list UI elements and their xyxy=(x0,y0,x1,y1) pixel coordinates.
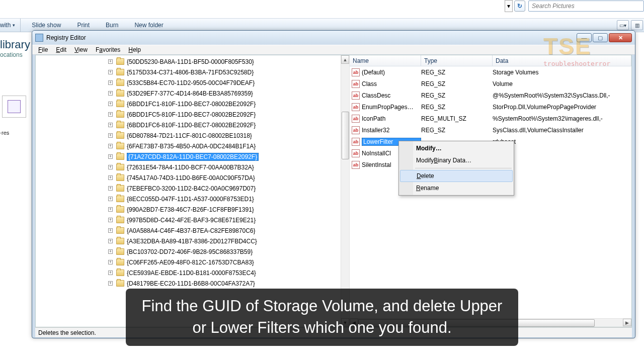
col-data[interactable]: Data xyxy=(493,55,631,66)
expand-icon[interactable]: + xyxy=(108,112,113,117)
value-type: REG_SZ xyxy=(421,69,493,76)
context-menu: Modify… Modify Binary Data… Delete Renam… xyxy=(398,141,514,196)
tree-key[interactable]: +{D48179BE-EC20-11D1-B6B8-00C04FA372A7} xyxy=(36,278,349,289)
value-row[interactable]: abIconPathREG_MULTI_SZ%SystemRoot%\Syste… xyxy=(350,113,631,124)
scroll-thumb[interactable] xyxy=(342,112,349,159)
preview-pane-button[interactable]: ▥ xyxy=(631,20,643,30)
value-data: StorProp.Dll,VolumePropPageProvider xyxy=(493,104,631,111)
expand-icon[interactable]: + xyxy=(108,270,113,275)
tree-key[interactable]: +{6BDD1FC1-810F-11D0-BEC7-08002BE2092F} xyxy=(36,99,349,109)
tree-key[interactable]: +{72631E54-78A4-11D0-BCF7-00AA00B7B32A} xyxy=(36,162,349,172)
value-row[interactable]: abInstaller32REG_SZSysClass.dll,VolumeCl… xyxy=(350,124,631,136)
col-name[interactable]: Name xyxy=(350,55,421,66)
view-mode-button[interactable]: ▭▾ xyxy=(617,20,629,30)
expand-icon[interactable]: + xyxy=(108,186,113,191)
folder-icon xyxy=(116,248,124,255)
tree-key[interactable]: +{6BDD1FC5-810F-11D0-BEC7-08002BE2092F} xyxy=(36,109,349,120)
expand-icon[interactable]: + xyxy=(108,218,113,222)
tree-key[interactable]: +{6FAE73B7-B735-4B50-A0DA-0DC2484B1F1A} xyxy=(36,141,349,151)
key-name: {53D29EF7-377C-4D14-864B-EB3A85769359} xyxy=(127,90,253,97)
minimize-button[interactable]: — xyxy=(577,33,592,42)
tree-key[interactable]: +{5175D334-C371-4806-B3BA-71FD53C9258D} xyxy=(36,67,349,77)
folder-icon xyxy=(116,206,124,213)
search-input[interactable]: Search Pictures xyxy=(528,1,644,12)
library-title: library xyxy=(0,38,32,51)
tree-key[interactable]: +{990A2BD7-E738-46C7-B26F-1CF8FB9F1391} xyxy=(36,204,349,215)
tree-key[interactable]: +{71A27CDD-812A-11D0-BEC7-08002BE2092F} xyxy=(36,151,349,162)
menu-favorites[interactable]: Favorites xyxy=(92,46,124,53)
tree-key[interactable]: +{A3E32DBA-BA89-41B7-8386-2D0127FBD4CC} xyxy=(36,236,349,246)
tree-key[interactable]: +{BC103702-DD72-406F-9B28-95C868337B59} xyxy=(36,246,349,257)
open-with-button[interactable]: with xyxy=(0,19,21,32)
tree-key[interactable]: +{50DD5230-BA8A-11D1-BF5D-0000F805F530} xyxy=(36,56,349,67)
expand-icon[interactable]: + xyxy=(108,207,113,212)
string-value-icon: ab xyxy=(352,161,360,169)
folder-icon xyxy=(116,122,124,128)
value-list[interactable]: Name Type Data ab(Default)REG_SZStorage … xyxy=(350,55,631,327)
tree-key[interactable]: +{C06FF265-AE09-48F0-812C-16753D7CBA83} xyxy=(36,257,349,267)
value-row[interactable]: abClassREG_SZVolume xyxy=(350,78,631,89)
string-value-icon: ab xyxy=(352,103,360,111)
ctx-delete[interactable]: Delete xyxy=(400,170,513,182)
key-tree[interactable]: +{50DD5230-BA8A-11D1-BF5D-0000F805F530}+… xyxy=(36,55,350,327)
expand-icon[interactable]: + xyxy=(108,239,113,243)
hscroll-right[interactable]: ▶ xyxy=(623,319,631,326)
string-value-icon: ab xyxy=(352,80,360,88)
menu-edit[interactable]: Edit xyxy=(52,46,70,53)
key-name: {6BDD1FC6-810F-11D0-BEC7-08002BE2092F} xyxy=(127,122,256,129)
expand-icon[interactable]: + xyxy=(108,175,113,180)
col-type[interactable]: Type xyxy=(421,55,493,66)
tree-key[interactable]: +{7EBEFBC0-3200-11D2-B4C2-00A0C9697D07} xyxy=(36,183,349,194)
list-header[interactable]: Name Type Data xyxy=(350,55,631,66)
close-button[interactable]: ✕ xyxy=(609,33,632,42)
ctx-modify[interactable]: Modify… xyxy=(400,142,513,154)
address-dropdown[interactable]: ▾ xyxy=(505,0,513,12)
ctx-modify-binary[interactable]: Modify Binary Data… xyxy=(400,154,513,166)
tree-vscrollbar[interactable]: ▲ ▼ xyxy=(341,55,349,327)
title-bar[interactable]: Registry Editor — ▢ ✕ xyxy=(32,31,635,45)
expand-icon[interactable]: + xyxy=(108,228,113,233)
tree-key[interactable]: +{A0A588A4-C46F-4B37-B7EA-C82FE89870C6} xyxy=(36,225,349,236)
folder-icon xyxy=(116,153,124,160)
tree-key[interactable]: +{53D29EF7-377C-4D14-864B-EB3A85769359} xyxy=(36,88,349,99)
tree-key[interactable]: +{8ECC055D-047F-11D1-A537-0000F8753ED1} xyxy=(36,194,349,204)
value-row[interactable]: abEnumPropPages…REG_SZStorProp.Dll,Volum… xyxy=(350,101,631,113)
value-row[interactable]: ab(Default)REG_SZStorage Volumes xyxy=(350,66,631,78)
folder-icon xyxy=(116,58,124,65)
expand-icon[interactable]: + xyxy=(108,80,113,85)
menu-help[interactable]: Help xyxy=(124,46,145,53)
value-type: REG_SZ xyxy=(421,80,493,87)
tree-key[interactable]: +{533C5B84-EC70-11D2-9505-00C04F79DEAF} xyxy=(36,77,349,88)
caption-text: Find the GUID of Storage Volume, and del… xyxy=(137,296,507,339)
expand-icon[interactable]: + xyxy=(108,123,113,127)
key-name: {A0A588A4-C46F-4B37-B7EA-C82FE89870C6} xyxy=(127,227,256,234)
expand-icon[interactable]: + xyxy=(108,144,113,148)
tree-key[interactable]: +{CE5939AE-EBDE-11D0-B181-0000F8753EC4} xyxy=(36,267,349,278)
expand-icon[interactable]: + xyxy=(108,91,113,96)
tree-key[interactable]: +{997B5D8D-C442-4F2E-BAF3-9C8E671E9E21} xyxy=(36,215,349,225)
value-name: (Default) xyxy=(362,69,421,76)
scroll-up-button[interactable]: ▲ xyxy=(341,55,349,64)
expand-icon[interactable]: + xyxy=(108,133,113,138)
menu-view[interactable]: View xyxy=(70,46,92,53)
folder-icon xyxy=(116,217,124,223)
tree-key[interactable]: +{745A17A0-74D3-11D0-B6FE-00A0C90F57DA} xyxy=(36,172,349,183)
tree-key[interactable]: +{6BDD1FC6-810F-11D0-BEC7-08002BE2092F} xyxy=(36,120,349,130)
tree-key[interactable]: +{6D807884-7D21-11CF-801C-08002BE10318} xyxy=(36,130,349,141)
expand-icon[interactable]: + xyxy=(108,197,113,201)
value-row[interactable]: abClassDescREG_SZ@%SystemRoot%\System32\… xyxy=(350,89,631,101)
expand-icon[interactable]: + xyxy=(108,102,113,106)
expand-icon[interactable]: + xyxy=(108,59,113,64)
refresh-button[interactable]: ↻ xyxy=(514,1,525,12)
menu-file[interactable]: File xyxy=(34,46,52,53)
key-name: {6BDD1FC5-810F-11D0-BEC7-08002BE2092F} xyxy=(127,111,256,118)
expand-icon[interactable]: + xyxy=(108,260,113,264)
expand-icon[interactable]: + xyxy=(108,70,113,74)
expand-icon[interactable]: + xyxy=(108,249,113,254)
ctx-rename[interactable]: Rename xyxy=(400,182,513,194)
expand-icon[interactable]: + xyxy=(108,154,113,159)
maximize-button[interactable]: ▢ xyxy=(593,33,608,42)
picture-thumbnail[interactable] xyxy=(2,96,26,118)
expand-icon[interactable]: + xyxy=(108,165,113,169)
expand-icon[interactable]: + xyxy=(108,281,113,286)
